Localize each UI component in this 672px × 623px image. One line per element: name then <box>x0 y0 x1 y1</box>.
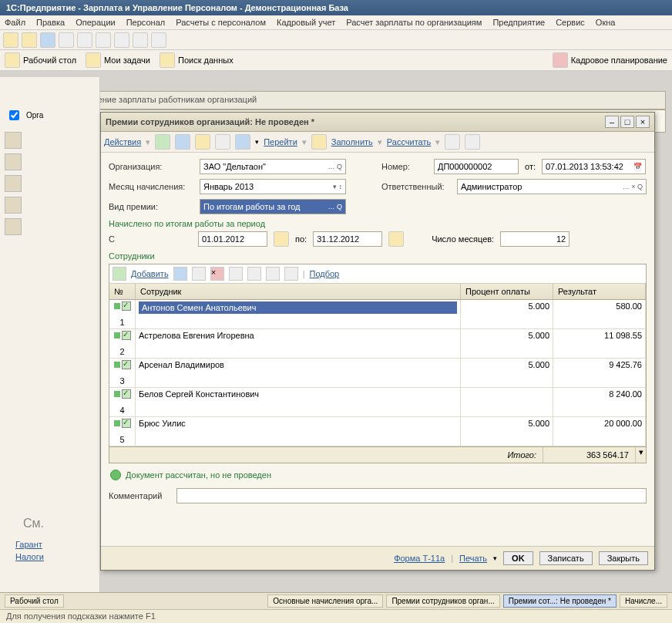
tb-undo-icon[interactable] <box>133 32 148 48</box>
col-num[interactable]: № <box>109 284 136 299</box>
num-field[interactable]: ДП000000002 <box>434 159 519 174</box>
row-check[interactable] <box>122 389 131 399</box>
row-check[interactable] <box>122 360 131 369</box>
sort2-icon[interactable] <box>284 267 298 281</box>
list-icon[interactable] <box>445 134 460 150</box>
task-accruals[interactable]: Основные начисления орга... <box>267 594 383 608</box>
type-field[interactable]: По итогам работы за год… Q <box>200 199 346 214</box>
menu-edit[interactable]: Правка <box>36 18 65 27</box>
to-label: по: <box>295 234 307 244</box>
task-bonus-list[interactable]: Премии сотрудников орган... <box>386 594 499 608</box>
tb-new-icon[interactable] <box>3 32 18 48</box>
months-field[interactable]: 12 <box>500 231 570 247</box>
maximize-button[interactable]: □ <box>620 116 634 128</box>
save-button[interactable]: Записать <box>539 551 593 565</box>
table-row[interactable]: 3 Арсенал Владимиров 5.000 9 425.76 <box>109 359 646 388</box>
menu-ops[interactable]: Операции <box>76 18 115 27</box>
post-icon[interactable] <box>155 134 170 150</box>
up-icon[interactable] <box>229 267 243 281</box>
row-check[interactable] <box>122 301 131 311</box>
table-row[interactable]: 1 Антонов Семен Анатольевич 5.000 580.00 <box>109 300 646 329</box>
tb-open-icon[interactable] <box>22 32 37 48</box>
side-icon-3[interactable] <box>5 175 22 192</box>
minimize-button[interactable]: – <box>605 116 619 128</box>
filter-button[interactable]: Подбор <box>309 269 339 278</box>
link-garant[interactable]: Гарант <box>15 540 44 549</box>
refresh-icon[interactable] <box>195 134 210 150</box>
tb-paste-icon[interactable] <box>96 32 111 48</box>
menu-service[interactable]: Сервис <box>556 18 585 27</box>
col-pct[interactable]: Процент оплаты <box>461 284 553 299</box>
desktop-icon[interactable] <box>5 52 20 68</box>
calc-icon[interactable] <box>311 134 327 150</box>
tb-save-icon[interactable] <box>40 32 55 48</box>
struct-icon[interactable] <box>215 134 230 150</box>
org-filter-check[interactable] <box>9 110 19 120</box>
task-desktop[interactable]: Рабочий стол <box>5 594 64 608</box>
menu-salary[interactable]: Расчет зарплаты по организациям <box>346 18 482 27</box>
org-field[interactable]: ЗАО "Дельтаон"… Q <box>200 159 346 174</box>
sort-icon[interactable] <box>266 267 280 281</box>
row-check[interactable] <box>122 331 131 340</box>
to-field[interactable]: 31.12.2012 <box>313 231 382 247</box>
emp-pct: 5.000 <box>464 360 549 369</box>
fill-menu[interactable]: Заполнить <box>331 137 373 146</box>
side-icon-4[interactable] <box>5 197 22 214</box>
to-cal-icon[interactable] <box>388 231 404 247</box>
tb-copy-icon[interactable] <box>77 32 92 48</box>
tasks-link[interactable]: Мои задачи <box>104 56 150 65</box>
nav-icon[interactable] <box>235 134 250 150</box>
search-link[interactable]: Поиск данных <box>178 56 234 65</box>
link-taxes[interactable]: Налоги <box>15 552 44 561</box>
tasks-icon[interactable] <box>86 52 101 68</box>
col-emp[interactable]: Сотрудник <box>136 284 461 299</box>
ok-button[interactable]: OK <box>503 551 533 565</box>
tb-find-icon[interactable] <box>114 32 129 48</box>
save-icon[interactable] <box>175 134 190 150</box>
from-label: С <box>109 234 124 244</box>
calc-menu[interactable]: Рассчитать <box>387 137 431 146</box>
menu-hr[interactable]: Кадровый учет <box>277 18 335 27</box>
period-section: Начислено по итогам работы за период <box>109 219 647 228</box>
menu-windows[interactable]: Окна <box>596 18 616 27</box>
comment-field[interactable] <box>176 488 647 503</box>
side-icon-5[interactable] <box>5 218 22 235</box>
table-row[interactable]: 4 Белов Сергей Константинович 8 240.00 <box>109 388 646 417</box>
ins-icon[interactable] <box>173 267 187 281</box>
menu-enterprise[interactable]: Предприятие <box>492 18 545 27</box>
planning-link[interactable]: Кадровое планирование <box>571 56 667 65</box>
table-row[interactable]: 2 Астрелова Евгения Игоревна 5.000 11 09… <box>109 329 646 359</box>
row-check[interactable] <box>122 419 131 428</box>
from-field[interactable]: 01.01.2012 <box>198 231 267 247</box>
print-menu[interactable]: Печать <box>459 554 487 563</box>
goto-menu[interactable]: Перейти <box>264 137 297 146</box>
planning-icon[interactable] <box>553 52 568 68</box>
menu-calc-personnel[interactable]: Расчеты с персоналом <box>176 18 266 27</box>
close-doc-button[interactable]: Закрыть <box>599 551 648 565</box>
add-row-icon[interactable] <box>113 267 126 281</box>
date-field[interactable]: 07.01.2013 13:53:42📅 <box>542 159 646 174</box>
task-bonus-doc[interactable]: Премии сот...: Не проведен * <box>503 594 617 608</box>
settings-icon[interactable] <box>465 134 480 150</box>
close-button[interactable]: × <box>636 116 650 128</box>
menu-file[interactable]: Файл <box>5 18 25 27</box>
edit-icon[interactable] <box>192 267 206 281</box>
month-field[interactable]: Январь 2013▾ ↕ <box>200 179 346 194</box>
tb-cut-icon[interactable] <box>59 32 74 48</box>
actions-menu[interactable]: Действия <box>104 137 141 146</box>
search-icon[interactable] <box>160 52 175 68</box>
del-icon[interactable]: × <box>210 267 224 281</box>
desktop-link[interactable]: Рабочий стол <box>23 56 76 65</box>
side-icon-2[interactable] <box>5 153 22 170</box>
table-row[interactable]: 5 Брюс Уилис 5.000 20 000.00 <box>109 417 646 446</box>
col-res[interactable]: Результат <box>553 284 646 299</box>
form-t11a[interactable]: Форма Т-11а <box>394 554 445 563</box>
add-button[interactable]: Добавить <box>131 269 169 278</box>
side-icon-1[interactable] <box>5 132 22 149</box>
resp-field[interactable]: Администратор… × Q <box>457 179 647 194</box>
task-accrual2[interactable]: Начисле... <box>620 594 667 608</box>
tb-redo-icon[interactable] <box>151 32 166 48</box>
down-icon[interactable] <box>247 267 261 281</box>
menu-personnel[interactable]: Персонал <box>126 18 166 27</box>
from-cal-icon[interactable] <box>274 231 289 247</box>
